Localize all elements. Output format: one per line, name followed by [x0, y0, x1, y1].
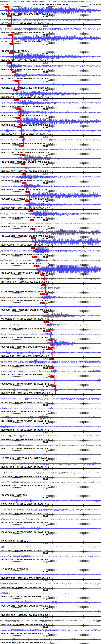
pick-line[interactable] — [47, 311, 48, 320]
pick-line[interactable] — [30, 200, 30, 209]
pick-flag[interactable]: xT 4 — [30, 219, 34, 221]
waveform[interactable] — [0, 388, 101, 392]
pick-line[interactable] — [34, 219, 34, 228]
pick-line[interactable] — [18, 90, 18, 98]
trace-row[interactable]: 20:53PB B941 EHZ -- 99999.0km BW. HIGHPA… — [0, 552, 101, 561]
waveform[interactable] — [0, 526, 101, 531]
waveform[interactable] — [0, 620, 101, 622]
waveform[interactable] — [0, 574, 101, 576]
trace-row[interactable]: 20:53CC STD BHZ -- 99999.0km BW. HIGHPAS… — [0, 154, 101, 163]
pick-flag[interactable]: xT 4 — [14, 90, 18, 92]
pick-line[interactable] — [54, 376, 55, 385]
waveform[interactable] — [0, 28, 101, 31]
trace-row[interactable]: 20:53UW WPO EHZ -- 99999.0km BW. HIGHPAS… — [0, 24, 101, 34]
pick-flag[interactable]: xT 4 — [8, 34, 12, 36]
trace-row[interactable]: 20:53UW GHW EHZ -- 99999.0km BW. HIGHPAS… — [0, 385, 101, 394]
pick-line[interactable] — [33, 210, 33, 218]
trace-row[interactable]: 20:53UW LOC EHZ -- 99999.0km BW. HIGHPAS… — [0, 237, 101, 246]
pick-flag[interactable]: xT 4 — [40, 293, 45, 295]
trace-row[interactable]: 20:53UW RCS EHZ -- 99999.0km BW. HIGHPAS… — [0, 330, 101, 339]
pick-flag[interactable]: xT 4 — [30, 228, 35, 230]
pick-line[interactable] — [26, 173, 26, 182]
trace-row[interactable]: 20:53UW ETW EHZ -- 99999.0km BW. HIGHPAS… — [0, 80, 101, 89]
pick-line[interactable] — [52, 348, 53, 357]
pick-line[interactable] — [45, 293, 45, 302]
trace-row[interactable]: 20:53UW EDM EHZ -- 99999.0km BW. HIGHPAS… — [0, 191, 101, 200]
trace-row[interactable]: 20:53UW CPW EHZ -- 99999.0km BW. HIGHPAS… — [0, 579, 101, 588]
trace-row[interactable]: 20:53UW VCR EHZ -- 99999.0km BW. HIGHPAS… — [0, 422, 101, 431]
trace-row[interactable]: 20:53UW LEBA HHZ -- 99999.0km BW. HIGHPA… — [0, 616, 101, 626]
waveform[interactable] — [0, 72, 101, 78]
pick-flag[interactable]: xT 4 — [51, 385, 55, 387]
trace-row[interactable]: 20:53CC SVIC EHZ -- 99999.0km BW. HIGHPA… — [0, 15, 101, 24]
waveform[interactable] — [0, 183, 101, 189]
trace-row[interactable]: 20:53UW STOR HHZ -- 99999.0km BW. HIGHPA… — [0, 635, 101, 644]
trace-row[interactable]: 20:53CC CLCV EHZ -- 99999.0km BW. HIGHPA… — [0, 265, 101, 274]
trace-row[interactable]: 20:53UW GLDO EHZ -- 99999.0km BW. HIGHPA… — [0, 135, 101, 144]
trace-row[interactable]: 20:53UW CDF EHZ -- 99999.0km BW. HIGHPAS… — [0, 209, 101, 218]
pick-line[interactable] — [55, 385, 56, 394]
trace-row[interactable]: 20:53UW STD EHZ -- 99999.0km BW. HIGHPAS… — [0, 182, 101, 191]
trace-row[interactable]: 20:53UW JORV EHZ -- 99999.0km BW. HIGHPA… — [0, 357, 101, 366]
pick-flag[interactable]: xT 4 — [14, 99, 19, 101]
trace-row[interactable]: 20:53UW GSM EHZ -- 99999.0km BW. HIGHPAS… — [0, 607, 101, 616]
pick-line[interactable] — [12, 25, 12, 34]
pick-line[interactable] — [51, 330, 51, 339]
trace-row[interactable]: 20:53PB B203 EHZ -- 99999.0km BW. HIGHPA… — [0, 542, 101, 552]
pick-line[interactable] — [26, 182, 26, 191]
pick-line[interactable] — [14, 52, 14, 61]
pick-line[interactable] — [36, 247, 36, 256]
waveform[interactable] — [0, 472, 101, 474]
waveform[interactable] — [0, 638, 101, 642]
pick-flag[interactable]: xT 4 — [49, 358, 54, 360]
pick-line[interactable] — [12, 34, 12, 43]
waveform[interactable] — [0, 435, 101, 438]
trace-row[interactable]: 20:53UW KOS EHZ -- 99999.0km BW. HIGHPAS… — [0, 440, 101, 450]
trace-row[interactable]: 20:53UW MORO EHZ -- 99999.0km BW. HIGHPA… — [0, 126, 101, 135]
pick-flag[interactable]: xT 4 — [17, 126, 21, 128]
pick-flag[interactable]: xT 4 — [7, 25, 12, 27]
pick-line[interactable] — [39, 265, 39, 274]
trace-row[interactable]: 20:53UW SVQH EHZ -- 99999.0km BW. HIGHPA… — [0, 302, 101, 311]
pick-line[interactable] — [30, 191, 30, 200]
pick-line[interactable] — [26, 164, 26, 172]
waveform[interactable] — [0, 481, 101, 483]
trace-row[interactable]: 20:53UW BABR BHZ -- 99999.0km BW. HIGHPA… — [0, 478, 101, 487]
pick-line[interactable] — [18, 80, 19, 89]
trace-row[interactable]: 20:53TA D04D BHZ -- 99999.0km — [0, 561, 101, 570]
trace-row[interactable]: 20:53NC KMR HHZ -- 99999.0km BW. HIGHPAS… — [0, 413, 101, 422]
waveform[interactable] — [0, 592, 101, 594]
trace-row[interactable]: 20:53TA E04D BHZ -- 99999.0km BW. HIGHPA… — [0, 311, 101, 320]
trace-row[interactable]: 20:53CC TCBU BHZ -- 99999.0km BW. HIGHPA… — [0, 283, 101, 292]
trace-row[interactable]: 20:53UW JEDS BHZ -- 99999.0km BW. HIGHPA… — [0, 144, 101, 154]
pick-flag[interactable]: xT 4 — [48, 339, 52, 341]
pick-line[interactable] — [24, 145, 24, 154]
waveform[interactable] — [0, 518, 101, 520]
trace-row[interactable]: 20:53UW RVC EHZ -- 99999.0km BW. HIGHPAS… — [0, 376, 101, 385]
waveform[interactable] — [0, 378, 101, 382]
trace-row[interactable]: 20:53CC VALT BHZ -- 99999.0km BW. HIGHPA… — [0, 228, 101, 237]
pick-flag[interactable]: xT 4 — [16, 117, 20, 119]
trace-row[interactable]: 20:53UO FRIS EHZ -- 99999.0km BW. HIGHPA… — [0, 394, 101, 404]
pick-line[interactable] — [25, 154, 25, 163]
waveform[interactable] — [0, 583, 101, 585]
trace-row[interactable]: 20:53CC SUG EHZ -- 99999.0km — [0, 487, 101, 496]
trace-row[interactable]: 20:53UW LVP EHZ -- 99999.0km BW. HIGHPAS… — [0, 626, 101, 635]
pick-line[interactable] — [12, 16, 12, 24]
trace-row[interactable]: 20:53NC KHBB HHZ -- 99999.0km BW. HIGHPA… — [0, 274, 101, 283]
trace-row[interactable]: 20:53PB B019 EHZ -- 99999.0km BW. HIGHPA… — [0, 514, 101, 524]
trace-row[interactable]: 20:53UW LKVW EHZ -- 99999.0km BW. HIGHPA… — [0, 404, 101, 413]
pick-line[interactable] — [35, 228, 35, 237]
trace-row[interactable]: 20:53UW HSR EHZ -- 99999.0km BW. HIGHPAS… — [0, 89, 101, 98]
trace-row[interactable]: 20:53UW VLL EHZ -- 99999.0km BW. HIGHPAS… — [0, 61, 101, 70]
trace-row[interactable]: 20:53UW DY2 EHZ -- 99999.0km BW. HIGHPAS… — [0, 348, 101, 357]
pick-flag[interactable]: xT 4 — [7, 62, 11, 64]
waveform[interactable] — [0, 138, 101, 142]
trace-row[interactable]: 20:53TA J04A BHZ -- 99999.0km BW. HIGHPA… — [0, 450, 101, 459]
pick-flag[interactable]: xT 4 — [19, 145, 24, 147]
pick-flag[interactable]: xT 4 — [22, 182, 26, 184]
pick-flag[interactable]: xT 4 — [25, 191, 29, 193]
trace-row[interactable]: 20:53UW FMW EHZ -- 99999.0km BW. HIGHPAS… — [0, 598, 101, 607]
trace-row[interactable]: 20:53UW SOS EHZ -- 99999.0km BW. HIGHPAS… — [0, 292, 101, 302]
trace-row[interactable]: 20:53PB B204 EHZ -- 99999.0km BW. HIGHPA… — [0, 70, 101, 80]
